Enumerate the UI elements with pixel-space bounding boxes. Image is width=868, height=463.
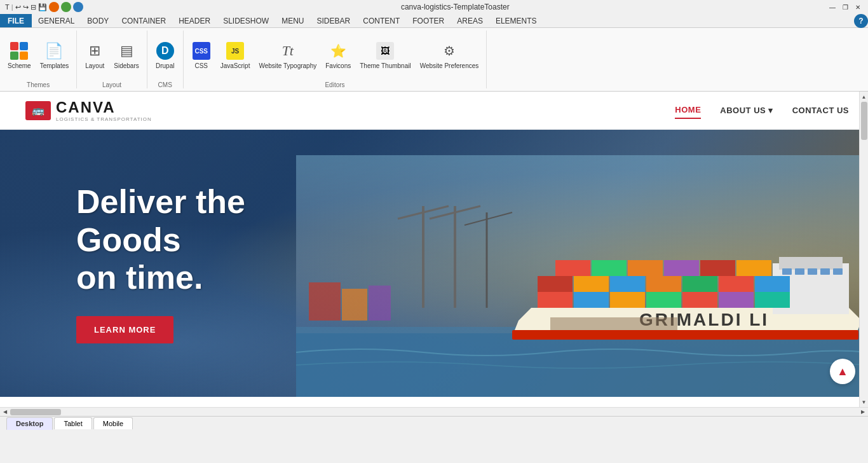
drupal-icon: D (155, 41, 175, 61)
hscroll-left-arrow[interactable]: ◀ (0, 408, 10, 417)
title-bar-icons: T | ↩ ↪ ⊟ 💾 (5, 2, 83, 12)
svg-rect-12 (512, 330, 858, 340)
title-bar: T | ↩ ↪ ⊟ 💾 canva-logistics-TemplateToas… (0, 0, 868, 14)
menu-menu[interactable]: MENU (275, 14, 310, 27)
editors-group-items: CSS CSS JS JavaScript Tt We (187, 31, 483, 80)
svg-rect-38 (700, 260, 735, 276)
editors-group: CSS CSS JS JavaScript Tt We (184, 31, 487, 88)
layout-group-items: ⊞ Layout ▤ Sidebars (81, 31, 142, 80)
menu-areas[interactable]: AREAS (451, 14, 489, 27)
menu-slideshow[interactable]: SLIDESHOW (217, 14, 275, 27)
sidebars-icon: ▤ (116, 41, 137, 61)
theme-thumbnail-button[interactable]: 🖼 Theme Thumbnail (356, 39, 414, 71)
tab-tablet[interactable]: Tablet (54, 417, 92, 429)
themes-group: Scheme 📄 Templates Themes (0, 31, 77, 88)
svg-rect-20 (538, 292, 573, 308)
horizontal-scrollbar[interactable]: ◀ ▶ (0, 407, 868, 416)
tab-desktop[interactable]: Desktop (6, 417, 53, 430)
window-title: canva-logistics-TemplateToaster (401, 3, 510, 11)
minimize-button[interactable]: — (827, 2, 837, 12)
templates-label: Templates (40, 62, 69, 70)
learn-more-button[interactable]: LEARN MORE (76, 316, 173, 343)
hero-title-line1: Deliver the Goods (76, 183, 349, 259)
website-preferences-icon: ⚙ (439, 41, 459, 61)
hero-title: Deliver the Goods on time. (76, 183, 349, 297)
menu-elements[interactable]: ELEMENTS (489, 14, 543, 27)
site-menu: HOME ABOUT US ▾ CONTACT US (675, 102, 849, 119)
sidebars-label: Sidebars (114, 62, 139, 70)
javascript-icon: JS (225, 41, 245, 61)
close-button[interactable]: ✕ (853, 2, 863, 12)
website-preview: ▲ ▼ 🚌 CANVA LOGISTICS & TRANSPORTATION H… (0, 92, 868, 407)
help-button[interactable]: ? (854, 14, 868, 28)
drupal-button[interactable]: D Drupal (151, 39, 179, 71)
menu-general[interactable]: GENERAL (32, 14, 81, 27)
website-preferences-label: Website Preferences (420, 62, 479, 70)
logo-text-sub: LOGISTICS & TRANSPORTATION (56, 116, 152, 122)
editors-group-label: Editors (325, 81, 344, 88)
svg-rect-32 (719, 276, 754, 292)
nav-home[interactable]: HOME (675, 102, 701, 119)
svg-rect-18 (820, 268, 830, 275)
svg-rect-39 (736, 260, 771, 276)
svg-rect-29 (610, 276, 645, 292)
templates-button[interactable]: 📄 Templates (36, 39, 73, 71)
menu-content[interactable]: CONTENT (356, 14, 406, 27)
menu-sidebar[interactable]: SIDEBAR (311, 14, 357, 27)
menu-container[interactable]: CONTAINER (115, 14, 172, 27)
javascript-label: JavaScript (220, 62, 250, 70)
svg-rect-36 (628, 260, 663, 276)
layout-group-label: Layout (102, 81, 121, 88)
themes-group-label: Themes (27, 81, 50, 88)
website-preferences-button[interactable]: ⚙ Website Preferences (416, 39, 483, 71)
tab-mobile[interactable]: Mobile (93, 417, 133, 429)
title-bar-controls[interactable]: — ❐ ✕ (827, 2, 863, 12)
menu-body[interactable]: BODY (81, 14, 115, 27)
restore-button[interactable]: ❐ (840, 2, 850, 12)
nav-contact[interactable]: CONTACT US (792, 102, 849, 118)
site-navigation: 🚌 CANVA LOGISTICS & TRANSPORTATION HOME … (0, 92, 868, 130)
hscroll-right-arrow[interactable]: ▶ (858, 408, 868, 417)
hero-content: Deliver the Goods on time. LEARN MORE (0, 183, 349, 343)
layout-button[interactable]: ⊞ Layout (81, 39, 109, 71)
scroll-down-arrow[interactable]: ▼ (860, 397, 869, 407)
svg-rect-14 (779, 257, 843, 270)
layout-group: ⊞ Layout ▤ Sidebars Layout (77, 31, 147, 88)
theme-thumbnail-icon: 🖼 (375, 41, 395, 61)
css-icon: CSS (191, 41, 212, 61)
menu-footer[interactable]: FOOTER (406, 14, 451, 27)
svg-rect-30 (646, 276, 681, 292)
scroll-up-arrow[interactable]: ▲ (860, 92, 869, 102)
hscroll-thumb[interactable] (10, 409, 61, 415)
theme-thumbnail-label: Theme Thumbnail (360, 62, 410, 70)
scroll-thumb[interactable] (861, 102, 867, 140)
favicons-button[interactable]: ⭐ Favicons (322, 39, 355, 71)
website-typography-button[interactable]: Tt Website Typography (255, 39, 320, 71)
scheme-icon (9, 41, 29, 61)
hero-section: GRIMALDI LI Deliver the Goods on time. L… (0, 130, 868, 397)
cms-group-items: D Drupal (151, 31, 179, 80)
menu-bar: FILE GENERAL BODY CONTAINER HEADER SLIDE… (0, 14, 868, 28)
svg-rect-24 (682, 292, 717, 308)
drupal-label: Drupal (156, 62, 174, 70)
svg-rect-41 (550, 317, 677, 330)
vertical-scrollbar[interactable]: ▲ ▼ (859, 92, 868, 407)
javascript-button[interactable]: JS JavaScript (217, 39, 254, 71)
svg-rect-1 (296, 333, 868, 397)
svg-rect-35 (592, 260, 627, 276)
sidebars-button[interactable]: ▤ Sidebars (110, 39, 142, 71)
typography-label: Website Typography (259, 62, 316, 70)
nav-about[interactable]: ABOUT US ▾ (720, 102, 773, 118)
svg-rect-37 (664, 260, 699, 276)
svg-rect-34 (555, 260, 590, 276)
svg-rect-5 (369, 286, 391, 321)
scheme-button[interactable]: Scheme (4, 39, 35, 71)
ribbon: Scheme 📄 Templates Themes ⊞ Layout (0, 28, 868, 92)
scroll-up-button[interactable]: ▲ (830, 359, 855, 384)
css-button[interactable]: CSS CSS (187, 39, 215, 71)
menu-header[interactable]: HEADER (172, 14, 217, 27)
cms-group-label: CMS (158, 81, 172, 88)
svg-rect-16 (795, 268, 804, 275)
svg-rect-21 (574, 292, 609, 308)
file-menu[interactable]: FILE (0, 14, 32, 27)
